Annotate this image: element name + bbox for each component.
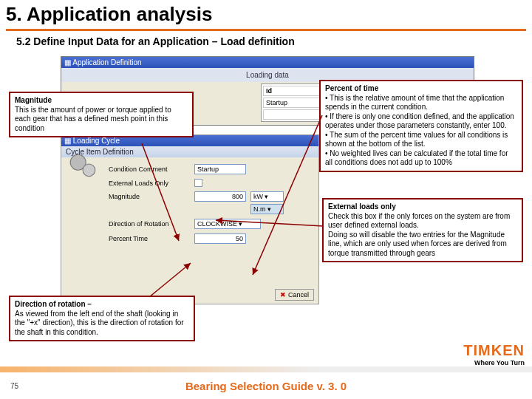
page-title: 5. Application analysis [6, 3, 526, 26]
chevron-down-icon: ▾ [239, 220, 242, 228]
direction-dropdown[interactable]: CLOCKWISE▾ [194, 219, 261, 229]
magnitude-label: Magnitude [109, 193, 190, 200]
footer: 75 Bearing Selection Guide v. 3. 0 [0, 366, 532, 399]
condition-input[interactable]: Startup [194, 164, 246, 174]
page-number: 75 [10, 382, 18, 390]
brand-logo: TIMKEN [463, 342, 525, 359]
divider [6, 29, 526, 31]
magnitude-unit2-dropdown[interactable]: N.m▾ [250, 204, 284, 214]
footer-title: Bearing Selection Guide v. 3. 0 [185, 380, 347, 392]
ext-loads-label: External Loads Only [109, 180, 190, 187]
callout-body: This is the relative amount of time that… [325, 94, 504, 112]
callout-body: If there is only one condition defined, … [325, 112, 514, 130]
callout-body: No weighted lives can be calculated if t… [325, 149, 508, 167]
callout-direction: Direction of rotation – As viewed from t… [9, 296, 195, 341]
callout-body: As viewed from the left end of the shaft… [15, 310, 184, 336]
chevron-down-icon: ▾ [265, 193, 268, 200]
app-icon: ▦ [64, 58, 71, 66]
callout-title: External loads only [328, 202, 396, 211]
chevron-down-icon: ▾ [267, 205, 271, 213]
callout-body: This is the amount of power or torque ap… [15, 106, 171, 132]
callout-title: Direction of rotation – [15, 300, 92, 308]
percent-time-label: Percent Time [109, 235, 190, 242]
callout-percent-time: Percent of time • This is the relative a… [319, 80, 523, 172]
percent-time-input[interactable]: 50 [194, 233, 246, 244]
brand-tagline: Where You Turn [463, 359, 525, 366]
subtitle: 5.2 Define Input Data for an Application… [6, 35, 526, 47]
callout-title: Percent of time [325, 84, 378, 92]
window-title-text: Application Definition [72, 58, 141, 66]
cycle-panel-header: Cycle Item Definition [61, 146, 318, 157]
ext-loads-checkbox[interactable] [194, 179, 202, 187]
loading-cycle-window: ▦ Loading Cycle Cycle Item Definition Co… [61, 134, 319, 304]
cycle-title-text: Loading Cycle [73, 137, 120, 145]
cancel-button[interactable]: ✖Cancel [275, 289, 314, 301]
condition-label: Condition Comment [109, 166, 190, 173]
callout-body: Doing so will disable the two entries fo… [328, 231, 507, 257]
magnitude-input[interactable]: 800 [194, 191, 246, 202]
callout-title: Magnitude [15, 96, 52, 104]
callout-external-loads: External loads only Check this box if th… [322, 198, 523, 262]
direction-label: Direction of Rotation [109, 220, 190, 228]
col-id: Id [263, 86, 320, 96]
cycle-icon: ▦ [64, 137, 71, 145]
close-icon: ✖ [280, 291, 286, 299]
gears-icon [66, 150, 100, 181]
brand: TIMKEN Where You Turn [463, 342, 525, 366]
svg-point-1 [83, 164, 95, 177]
callout-magnitude: Magnitude This is the amount of power or… [9, 92, 194, 137]
callout-body: The sum of the percent time values for a… [325, 131, 508, 149]
magnitude-unit-dropdown[interactable]: kW▾ [250, 191, 284, 202]
callout-body: Check this box if the only forces on the… [328, 212, 510, 230]
window-title: ▦ Application Definition [61, 57, 474, 68]
